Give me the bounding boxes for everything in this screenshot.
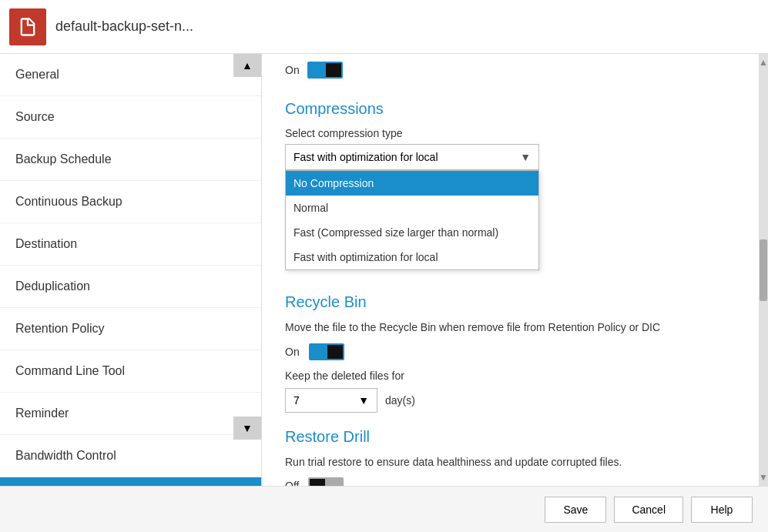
recycle-bin-section: Recycle Bin Move the file to the Recycle… bbox=[285, 293, 753, 413]
sidebar-scroll-down-button[interactable]: ▼ bbox=[233, 417, 261, 440]
compression-current-value: Fast with optimization for local bbox=[293, 151, 438, 163]
content-scrollbar[interactable]: ▲ ▼ bbox=[759, 54, 768, 486]
scroll-up-arrow-icon[interactable]: ▲ bbox=[756, 54, 768, 71]
window-title: default-backup-set-n... bbox=[55, 18, 193, 35]
recycle-bin-toggle[interactable] bbox=[309, 343, 344, 360]
compression-form-row: Select compression type Fast with optimi… bbox=[285, 127, 753, 170]
sidebar-item-general[interactable]: General bbox=[0, 54, 261, 96]
help-button[interactable]: Help bbox=[691, 497, 753, 523]
compression-select-label: Select compression type bbox=[285, 127, 753, 139]
compressions-title: Compressions bbox=[285, 100, 753, 118]
top-toggle-row: On bbox=[285, 54, 753, 86]
top-toggle-label: On bbox=[285, 64, 300, 76]
toggle-thumb bbox=[326, 63, 341, 77]
dropdown-option-no-compression[interactable]: No Compression bbox=[286, 171, 538, 196]
restore-drill-title: Restore Drill bbox=[285, 428, 753, 446]
app-icon bbox=[9, 8, 46, 45]
dropdown-arrow-icon: ▼ bbox=[520, 151, 531, 163]
restore-drill-toggle-label: Off bbox=[285, 480, 299, 486]
sidebar: ▲ GeneralSourceBackup ScheduleContinuous… bbox=[0, 54, 262, 486]
days-row: 7 ▼ day(s) bbox=[285, 388, 753, 413]
chevron-up-icon: ▲ bbox=[242, 59, 253, 72]
restore-drill-section: Restore Drill Run trial restore to ensur… bbox=[285, 428, 753, 486]
recycle-bin-toggle-thumb bbox=[327, 345, 343, 359]
compression-dropdown-button[interactable]: Fast with optimization for local ▼ bbox=[285, 144, 539, 170]
recycle-bin-title: Recycle Bin bbox=[285, 293, 753, 311]
restore-drill-description: Run trial restore to ensure data healthi… bbox=[285, 455, 753, 470]
compressions-section: Compressions Select compression type Fas… bbox=[285, 100, 753, 170]
compression-dropdown-container: Fast with optimization for local ▼ No Co… bbox=[285, 144, 753, 170]
sidebar-item-others[interactable]: Others bbox=[0, 477, 261, 486]
chevron-down-icon: ▼ bbox=[242, 422, 253, 434]
dropdown-option-fast-local[interactable]: Fast with optimization for local bbox=[286, 245, 538, 269]
sidebar-item-reminder[interactable]: Reminder bbox=[0, 393, 261, 435]
dropdown-option-fast-compressed[interactable]: Fast (Compressed size larger than normal… bbox=[286, 220, 538, 245]
days-dropdown-arrow-icon: ▼ bbox=[358, 394, 369, 407]
save-button[interactable]: Save bbox=[545, 497, 606, 523]
sidebar-item-bandwidth-control[interactable]: Bandwidth Control bbox=[0, 435, 261, 477]
dropdown-option-normal[interactable]: Normal bbox=[286, 196, 538, 220]
footer: Save Cancel Help bbox=[0, 486, 768, 532]
sidebar-item-retention-policy[interactable]: Retention Policy bbox=[0, 308, 261, 350]
file-icon bbox=[17, 16, 39, 38]
sidebar-item-source[interactable]: Source bbox=[0, 96, 261, 139]
days-unit-label: day(s) bbox=[385, 394, 415, 407]
sidebar-item-backup-schedule[interactable]: Backup Schedule bbox=[0, 139, 261, 181]
days-select-button[interactable]: 7 ▼ bbox=[285, 388, 377, 413]
keep-deleted-label: Keep the deleted files for bbox=[285, 370, 753, 382]
sidebar-item-continuous-backup[interactable]: Continuous Backup bbox=[0, 181, 261, 223]
days-value: 7 bbox=[293, 394, 300, 407]
scroll-down-arrow-icon[interactable]: ▼ bbox=[756, 469, 768, 486]
title-bar: default-backup-set-n... bbox=[0, 0, 768, 54]
compression-dropdown-list: No CompressionNormalFast (Compressed siz… bbox=[285, 170, 539, 270]
recycle-bin-toggle-label: On bbox=[285, 346, 300, 358]
recycle-bin-toggle-row: On bbox=[285, 343, 753, 360]
scrollbar-thumb[interactable] bbox=[760, 239, 767, 301]
sidebar-item-destination[interactable]: Destination bbox=[0, 223, 261, 266]
top-toggle[interactable] bbox=[307, 62, 343, 79]
cancel-button[interactable]: Cancel bbox=[614, 497, 683, 523]
recycle-bin-description: Move the file to the Recycle Bin when re… bbox=[285, 320, 753, 336]
restore-drill-toggle-thumb bbox=[310, 479, 325, 486]
sidebar-item-deduplication[interactable]: Deduplication bbox=[0, 266, 261, 308]
main-content: On Compressions Select compression type … bbox=[262, 54, 768, 486]
restore-drill-toggle[interactable] bbox=[308, 477, 344, 486]
restore-drill-toggle-row: Off bbox=[285, 477, 753, 486]
sidebar-item-command-line-tool[interactable]: Command Line Tool bbox=[0, 350, 261, 393]
sidebar-scroll-up-button[interactable]: ▲ bbox=[233, 54, 261, 77]
keep-deleted-row: Keep the deleted files for 7 ▼ day(s) bbox=[285, 370, 753, 413]
